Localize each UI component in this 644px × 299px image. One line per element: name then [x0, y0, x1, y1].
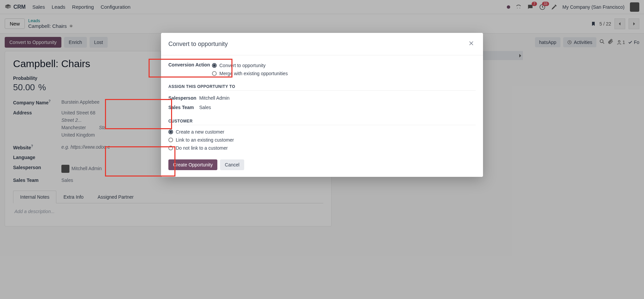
- radio-label: Merge with existing opportunities: [219, 71, 288, 76]
- modal-sales-team-label: Sales Team: [168, 105, 199, 110]
- modal-sales-team-row[interactable]: Sales Team Sales: [168, 103, 476, 112]
- radio-icon: [168, 138, 173, 142]
- conversion-action-label: Conversion Action: [168, 61, 212, 67]
- modal-sales-team-value[interactable]: Sales: [199, 105, 211, 110]
- modal-title: Convert to opportunity: [168, 41, 228, 48]
- radio-label: Convert to opportunity: [219, 63, 266, 68]
- radio-icon: [212, 63, 217, 68]
- radio-link-customer[interactable]: Link to an existing customer: [168, 136, 476, 144]
- radio-convert-to-opportunity[interactable]: Convert to opportunity: [212, 61, 476, 69]
- radio-create-customer[interactable]: Create a new customer: [168, 128, 476, 136]
- modal-body: Conversion Action Convert to opportunity…: [161, 55, 483, 155]
- modal-header: Convert to opportunity: [161, 33, 483, 55]
- modal-salesperson-value[interactable]: Mitchell Admin: [199, 95, 229, 101]
- assign-section-header: ASSIGN THIS OPPORTUNITY TO: [168, 84, 476, 91]
- radio-icon: [168, 146, 173, 150]
- modal-salesperson-row[interactable]: Salesperson Mitchell Admin: [168, 93, 476, 103]
- cancel-button[interactable]: Cancel: [220, 159, 244, 170]
- conversion-action-options: Convert to opportunity Merge with existi…: [212, 61, 476, 78]
- convert-opportunity-modal: Convert to opportunity Conversion Action…: [161, 33, 483, 177]
- radio-label: Do not link to a customer: [176, 145, 228, 151]
- radio-label: Link to an existing customer: [176, 137, 234, 143]
- conversion-action-row: Conversion Action Convert to opportunity…: [168, 61, 476, 78]
- radio-label: Create a new customer: [176, 129, 224, 135]
- close-icon: [468, 40, 474, 46]
- modal-footer: Create Opportunity Cancel: [161, 155, 483, 177]
- radio-icon: [212, 71, 217, 76]
- radio-merge-opportunities[interactable]: Merge with existing opportunities: [212, 69, 476, 78]
- modal-close-button[interactable]: [467, 39, 476, 49]
- customer-section-header: CUSTOMER: [168, 119, 476, 125]
- radio-icon: [168, 130, 173, 134]
- modal-salesperson-label: Salesperson: [168, 95, 199, 101]
- create-opportunity-button[interactable]: Create Opportunity: [168, 159, 217, 170]
- radio-no-link-customer[interactable]: Do not link to a customer: [168, 144, 476, 152]
